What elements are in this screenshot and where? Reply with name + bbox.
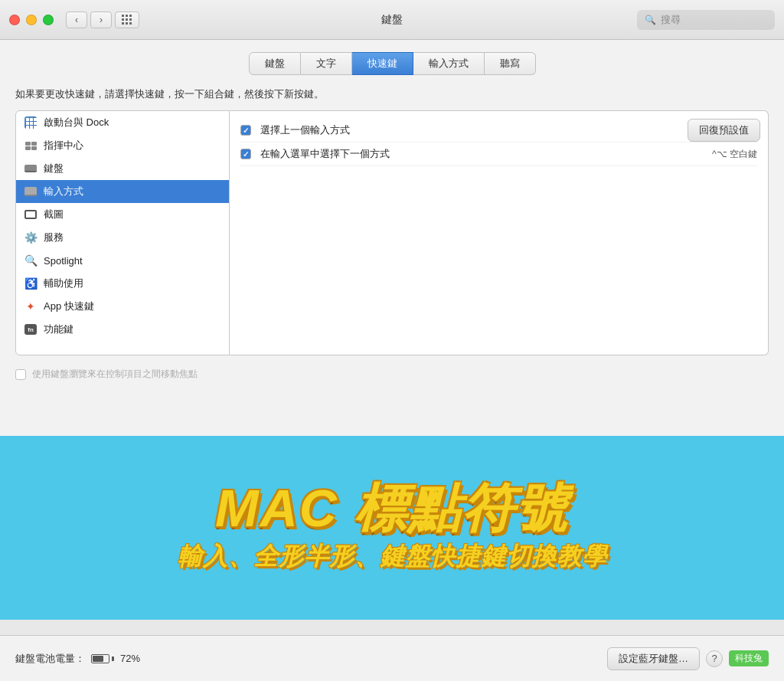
maximize-button[interactable] (43, 15, 54, 25)
tab-input[interactable]: 輸入方式 (413, 52, 485, 75)
mission-icon (24, 139, 38, 152)
shortcut-row-2: ✓ 在輸入選單中選擇下一個方式 ^⌥ 空白鍵 (240, 142, 757, 166)
checkmark-icon-2: ✓ (243, 150, 249, 159)
sidebar-item-label: Spotlight (44, 255, 83, 267)
tab-dictation[interactable]: 聽寫 (485, 52, 536, 75)
sidebar-item-appshortcuts[interactable]: ✦ App 快速鍵 (16, 295, 229, 318)
reset-button[interactable]: 回復預設值 (688, 119, 760, 142)
battery-section: 鍵盤電池電量： 72% (15, 652, 140, 666)
banner-overlay: MAC 標點符號 輸入、全形半形、鍵盤快捷鍵切換教學 (0, 436, 784, 620)
spotlight-icon: 🔍 (24, 254, 38, 267)
grid-icon (122, 15, 132, 25)
tab-keyboard[interactable]: 鍵盤 (249, 52, 301, 75)
sidebar-item-label: 功能鍵 (44, 322, 74, 336)
window-title: 鍵盤 (381, 13, 403, 27)
shortcut-checkbox-2[interactable]: ✓ (240, 149, 251, 159)
sidebar-item-label: 服務 (44, 231, 64, 244)
checkmark-icon: ✓ (243, 126, 249, 135)
sidebar-item-label: 指揮中心 (44, 139, 83, 152)
shortcut-label-2: 在輸入選單中選擇下一個方式 (260, 147, 712, 161)
sidebar-item-label: 輸入方式 (44, 185, 83, 198)
battery-label: 鍵盤電池電量： (15, 652, 85, 666)
sidebar-item-mission[interactable]: 指揮中心 (16, 134, 229, 157)
banner-title: MAC 標點符號 (215, 482, 569, 534)
shortcut-row-1: ✓ 選擇上一個輸入方式 ⌘ 空白鍵 (240, 119, 757, 142)
tabs-row: 鍵盤 文字 快速鍵 輸入方式 聽寫 (15, 52, 769, 75)
accessibility-icon: ♿ (24, 277, 38, 290)
battery-icon (91, 654, 114, 663)
title-bar: ‹ › 鍵盤 🔍 搜尋 (0, 0, 784, 40)
sidebar-item-label: 啟動台與 Dock (44, 116, 109, 129)
sidebar-item-accessibility[interactable]: ♿ 輔助使用 (16, 272, 229, 295)
right-panel: 回復預設值 ✓ 選擇上一個輸入方式 ⌘ 空白鍵 ✓ 在輸入選單中選擇下一個方式 … (230, 110, 769, 355)
columns: 啟動台與 Dock 指揮中心 鍵盤 (15, 110, 769, 355)
close-button[interactable] (9, 15, 20, 25)
tech-badge: 科技兔 (729, 650, 769, 666)
tab-shortcuts[interactable]: 快速鍵 (352, 52, 413, 75)
bottom-bar: 鍵盤電池電量： 72% 設定藍牙鍵盤… ? 科技兔 (0, 635, 784, 681)
sidebar-item-keyboard[interactable]: 鍵盤 (16, 157, 229, 180)
shortcut-key-2: ^⌥ 空白鍵 (712, 148, 757, 161)
sidebar-item-input[interactable]: 輸入方式 (16, 180, 229, 203)
traffic-lights (9, 15, 54, 25)
screenshot-icon (24, 208, 38, 221)
help-button[interactable]: ? (706, 650, 723, 667)
keyboard-icon (24, 162, 38, 175)
focus-checkbox[interactable] (15, 369, 26, 380)
tab-text[interactable]: 文字 (301, 52, 352, 75)
sidebar-item-screenshot[interactable]: 截圖 (16, 203, 229, 226)
appshortcuts-icon: ✦ (24, 300, 38, 313)
minimize-button[interactable] (26, 15, 37, 25)
instruction-text: 如果要更改快速鍵，請選擇快速鍵，按一下組合鍵，然後按下新按鍵。 (15, 87, 769, 101)
sidebar-item-fn[interactable]: fn 功能鍵 (16, 318, 229, 341)
services-icon: ⚙️ (24, 231, 38, 244)
shortcut-checkbox-1[interactable]: ✓ (240, 125, 251, 136)
sidebar-item-label: 鍵盤 (44, 162, 64, 175)
sidebar-item-launchpad[interactable]: 啟動台與 Dock (16, 111, 229, 134)
sidebar-item-label: 截圖 (44, 208, 64, 221)
shortcut-label-1: 選擇上一個輸入方式 (260, 123, 718, 137)
grid-view-button[interactable] (115, 11, 139, 28)
sidebar: 啟動台與 Dock 指揮中心 鍵盤 (15, 110, 230, 355)
search-placeholder: 搜尋 (661, 13, 681, 27)
search-icon: 🔍 (645, 15, 656, 25)
input-icon (24, 185, 38, 198)
banner-subtitle: 輸入、全形半形、鍵盤快捷鍵切換教學 (178, 540, 607, 574)
sidebar-item-label: App 快速鍵 (44, 300, 94, 313)
back-button[interactable]: ‹ (66, 11, 87, 28)
launchpad-icon (24, 116, 38, 129)
fn-icon: fn (24, 322, 38, 336)
checkbox-area: 使用鍵盤瀏覽來在控制項目之間移動焦點 (15, 368, 769, 381)
focus-label: 使用鍵盤瀏覽來在控制項目之間移動焦點 (32, 368, 198, 381)
sidebar-item-spotlight[interactable]: 🔍 Spotlight (16, 249, 229, 272)
battery-percent: 72% (120, 653, 140, 664)
forward-button[interactable]: › (90, 11, 112, 28)
search-bar[interactable]: 🔍 搜尋 (637, 10, 775, 30)
sidebar-item-services[interactable]: ⚙️ 服務 (16, 226, 229, 249)
sidebar-item-label: 輔助使用 (44, 277, 83, 290)
bluetooth-button[interactable]: 設定藍牙鍵盤… (607, 647, 700, 670)
nav-buttons: ‹ › (66, 11, 112, 28)
